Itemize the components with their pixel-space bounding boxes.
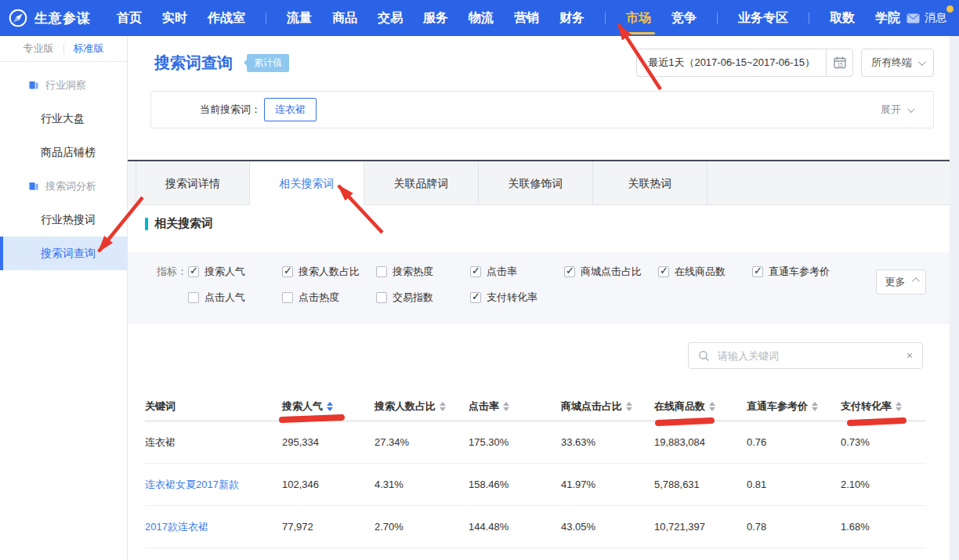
date-range-picker[interactable]: 最近1天（2017-06-15~2017-06-15） 15	[636, 49, 853, 77]
column-header-search-popularity[interactable]: 搜索人气	[282, 399, 375, 414]
nav-item-realtime[interactable]: 实时	[162, 10, 187, 27]
keyword-cell: 连衣裙	[145, 435, 282, 450]
more-button[interactable]: 更多	[876, 269, 926, 294]
nav-messages[interactable]: 消息	[907, 11, 946, 25]
tab-related-hot-words[interactable]: 关联热词	[593, 161, 707, 205]
sort-icon[interactable]	[626, 402, 632, 411]
tab-related-search-words[interactable]: 相关搜索词	[250, 161, 364, 205]
nav-item-service[interactable]: 服务	[423, 10, 448, 27]
app-logo[interactable]: 生意参谋	[8, 8, 91, 28]
nav-divider	[605, 13, 606, 24]
cell-click-rate: 175.30%	[469, 436, 561, 448]
checkbox-checked-icon[interactable]	[470, 292, 481, 303]
checkbox-checked-icon[interactable]	[752, 266, 763, 277]
nav-item-logistics[interactable]: 物流	[469, 10, 494, 27]
metric-label: 点击人气	[204, 291, 245, 305]
version-switcher: 专业版 标准版	[0, 36, 127, 62]
nav-item-traffic[interactable]: 流量	[287, 10, 312, 27]
date-range-text: 最近1天（2017-06-15~2017-06-15）	[637, 49, 826, 76]
sidebar-group-search-word-analysis[interactable]: 搜索词分析	[0, 169, 127, 203]
search-icon	[698, 350, 710, 362]
metric-checkbox-click-popularity[interactable]: 点击人气	[188, 291, 282, 305]
table-body: 连衣裙295,33427.34%175.30%33.63%19,883,0840…	[145, 421, 926, 548]
column-header-keyword: 关键词	[145, 399, 282, 414]
nav-divider	[266, 13, 266, 24]
version-tab-standard[interactable]: 标准版	[74, 42, 104, 56]
nav-item-business-zone[interactable]: 业务专区	[738, 10, 788, 27]
sort-desc-icon	[327, 407, 333, 411]
metric-checkbox-search-people-ratio[interactable]: 搜索人数占比	[282, 265, 376, 279]
expand-toggle[interactable]: 展开	[881, 103, 913, 117]
tab-bar: 搜索词详情相关搜索词关联品牌词关联修饰词关联热词	[128, 160, 950, 205]
sort-icon[interactable]	[440, 402, 446, 411]
chevron-down-icon	[907, 105, 915, 113]
metric-checkbox-search-heat[interactable]: 搜索热度	[376, 265, 470, 279]
clear-icon[interactable]	[907, 350, 913, 361]
checkbox-unchecked-icon[interactable]	[282, 292, 293, 303]
sidebar-group-industry-insight[interactable]: 行业洞察	[0, 68, 127, 102]
nav-item-trade[interactable]: 交易	[378, 10, 403, 27]
metric-checkbox-click-heat[interactable]: 点击热度	[282, 291, 376, 305]
title-row: 搜索词查询 累计值 最近1天（2017-06-15~2017-06-15） 15	[128, 36, 950, 77]
metric-label: 在线商品数	[675, 265, 726, 279]
sort-icon[interactable]	[503, 402, 509, 411]
sort-desc-icon	[626, 407, 632, 411]
nav-item-home[interactable]: 首页	[117, 10, 142, 27]
version-tab-professional[interactable]: 专业版	[24, 42, 54, 56]
sort-icon[interactable]	[812, 402, 818, 411]
sort-icon[interactable]	[327, 402, 333, 411]
tab-related-modifier-words[interactable]: 关联修饰词	[479, 161, 593, 205]
metric-checkbox-search-popularity[interactable]: 搜索人气	[188, 265, 282, 279]
checkbox-checked-icon[interactable]	[282, 266, 293, 277]
keyword-cell[interactable]: 2017款连衣裙	[145, 520, 282, 534]
sidebar-item-product-shop-rank[interactable]: 商品店铺榜	[0, 135, 127, 169]
metric-label: 直通车参考价	[769, 265, 830, 279]
checkbox-unchecked-icon[interactable]	[376, 266, 387, 277]
nav-item-war-room[interactable]: 作战室	[208, 10, 245, 27]
column-header-ztc-reference-price[interactable]: 直通车参考价	[747, 399, 841, 414]
nav-item-competition[interactable]: 竞争	[671, 10, 697, 27]
column-header-mall-click-ratio[interactable]: 商城点击占比	[561, 399, 654, 414]
nav-item-marketing[interactable]: 营销	[514, 10, 539, 27]
sort-icon[interactable]	[896, 402, 902, 411]
checkbox-checked-icon[interactable]	[188, 266, 199, 277]
metric-checkbox-mall-click-ratio[interactable]: 商城点击占比	[564, 265, 658, 279]
column-header-search-people-ratio[interactable]: 搜索人数占比	[375, 399, 469, 414]
cell-mall-click-ratio: 41.97%	[561, 479, 654, 490]
search-input[interactable]	[716, 349, 900, 363]
sidebar-item-industry-dashboard[interactable]: 行业大盘	[0, 102, 127, 135]
cell-ztc-reference-price: 0.81	[747, 479, 841, 490]
tab-related-brand-words[interactable]: 关联品牌词	[364, 161, 479, 205]
nav-item-data-extract[interactable]: 取数	[830, 10, 855, 27]
checkbox-checked-icon[interactable]	[564, 266, 575, 277]
sidebar-item-search-word-query[interactable]: 搜索词查询	[0, 237, 127, 270]
section-title: 相关搜索词	[145, 216, 213, 231]
metric-checkbox-trade-index[interactable]: 交易指数	[376, 291, 470, 305]
nav-item-finance[interactable]: 财务	[559, 10, 584, 27]
keyword-cell[interactable]: 连衣裙女夏2017新款	[145, 478, 282, 492]
terminal-select[interactable]: 所有终端	[861, 49, 934, 77]
tab-search-word-detail[interactable]: 搜索词详情	[136, 161, 250, 205]
metric-checkbox-ztc-reference-price[interactable]: 直通车参考价	[752, 265, 846, 279]
column-header-online-products[interactable]: 在线商品数	[654, 399, 747, 414]
checkbox-checked-icon[interactable]	[470, 266, 481, 277]
metric-label: 点击率	[487, 265, 517, 279]
column-label: 在线商品数	[654, 399, 705, 414]
sidebar-item-industry-hot-words[interactable]: 行业热搜词	[0, 203, 127, 237]
nav-item-product[interactable]: 商品	[332, 10, 357, 27]
current-keyword-tag[interactable]: 连衣裙	[264, 98, 317, 121]
cell-ztc-reference-price: 0.76	[747, 436, 841, 448]
column-header-click-rate[interactable]: 点击率	[469, 399, 561, 414]
calendar-icon[interactable]: 15	[826, 49, 852, 76]
checkbox-checked-icon[interactable]	[658, 266, 669, 277]
nav-item-academy[interactable]: 学院	[875, 10, 900, 27]
checkbox-unchecked-icon[interactable]	[188, 292, 199, 303]
checkbox-unchecked-icon[interactable]	[376, 292, 387, 303]
nav-item-market[interactable]: 市场	[626, 10, 651, 27]
metric-checkbox-pay-conversion-rate[interactable]: 支付转化率	[470, 291, 564, 305]
sort-icon[interactable]	[709, 402, 715, 411]
column-header-pay-conversion-rate[interactable]: 支付转化率	[841, 399, 926, 414]
metric-checkbox-click-rate[interactable]: 点击率	[470, 265, 564, 279]
cell-search-people-ratio: 4.31%	[375, 479, 469, 490]
metric-checkbox-online-products[interactable]: 在线商品数	[658, 265, 752, 279]
